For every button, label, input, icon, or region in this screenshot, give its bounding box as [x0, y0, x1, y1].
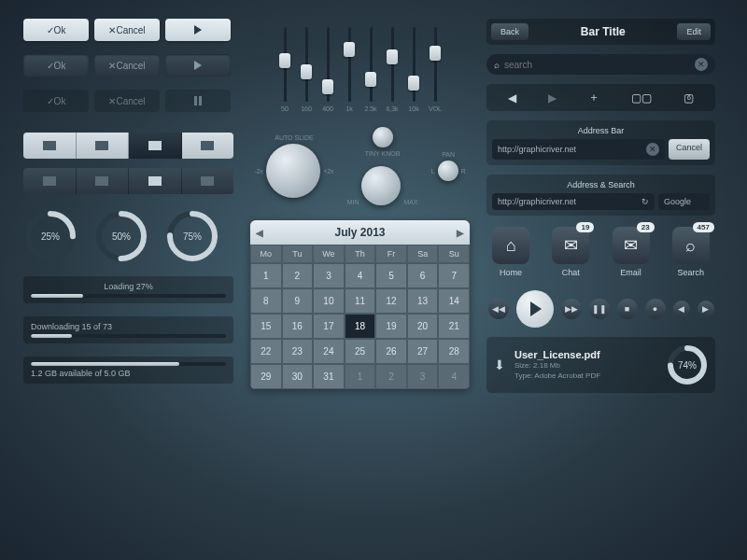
cal-day[interactable]: 15 — [250, 314, 282, 339]
address-bar-group: Address Bar http://graphicriver.net✕ Can… — [486, 120, 715, 165]
cal-day[interactable]: 27 — [407, 339, 439, 364]
cal-day[interactable]: 17 — [313, 314, 345, 339]
knobs-panel: AUTO SLIDE -2x +2x TINY KNOB MIN MAX PAN — [250, 121, 470, 211]
cal-day[interactable]: 3 — [313, 263, 345, 288]
record-button[interactable]: ● — [645, 299, 666, 319]
cal-day[interactable]: 30 — [282, 364, 314, 389]
pan-knob[interactable] — [438, 161, 458, 181]
search-icon[interactable]: ⌕ — [672, 227, 710, 264]
cal-day[interactable]: 23 — [282, 339, 314, 364]
eq-slider[interactable] — [413, 27, 416, 102]
next-button[interactable]: ▶ — [698, 301, 714, 317]
cal-day[interactable]: 13 — [407, 288, 439, 314]
seg-sliders[interactable] — [182, 168, 234, 194]
cal-day[interactable]: 20 — [407, 314, 439, 339]
cal-day[interactable]: 28 — [438, 339, 470, 364]
cal-day[interactable]: 25 — [345, 339, 376, 364]
cal-day[interactable]: 1 — [345, 364, 376, 389]
eq-slider[interactable] — [284, 27, 287, 102]
cal-day[interactable]: 9 — [282, 288, 314, 314]
cal-day[interactable]: 14 — [438, 288, 470, 314]
clear-icon[interactable]: ✕ — [695, 58, 708, 71]
cal-day[interactable]: 4 — [345, 263, 376, 288]
storage-progress: 1.2 GB available of 5.0 GB — [23, 357, 233, 384]
cancel-button[interactable]: Cancel — [669, 139, 710, 160]
cancel-button[interactable]: ✕ Cancel — [94, 19, 160, 41]
eq-slider[interactable] — [348, 27, 351, 102]
cal-day[interactable]: 11 — [345, 288, 376, 314]
cal-day[interactable]: 26 — [375, 339, 407, 364]
seg-grid[interactable] — [77, 133, 130, 159]
pause-button[interactable] — [165, 90, 231, 112]
prev-button[interactable]: ◀ — [673, 301, 690, 317]
cal-day[interactable]: 6 — [407, 263, 439, 288]
play-button[interactable] — [165, 19, 231, 41]
seg-list[interactable] — [23, 168, 77, 194]
calendar-title: July 2013 — [334, 226, 385, 239]
cal-day[interactable]: 19 — [375, 314, 407, 339]
cal-day[interactable]: 7 — [438, 263, 470, 288]
seg-display[interactable] — [129, 168, 182, 194]
cal-day[interactable]: 21 — [438, 314, 470, 339]
forward-button[interactable]: ▶▶ — [561, 299, 582, 319]
back-button[interactable]: Back — [491, 23, 529, 40]
seg-grid[interactable] — [77, 168, 130, 194]
seg-sliders[interactable] — [182, 133, 234, 159]
cal-day[interactable]: 3 — [407, 364, 439, 389]
cal-day[interactable]: 24 — [313, 339, 345, 364]
eq-slider[interactable] — [305, 27, 308, 102]
home-icon[interactable]: ⌂ — [492, 227, 529, 264]
nav-fwd-icon[interactable]: ▶ — [548, 91, 557, 105]
pause-button[interactable]: ❚❚ — [589, 299, 610, 319]
cal-day[interactable]: 10 — [313, 288, 345, 314]
cancel-button[interactable]: ✕ Cancel — [94, 54, 160, 77]
ok-button[interactable]: ✓ Ok — [23, 90, 89, 112]
seg-display[interactable] — [129, 133, 182, 159]
file-type: Type: Adobe Acrobat PDF — [514, 371, 657, 381]
reload-icon[interactable]: ↻ — [641, 197, 649, 206]
cal-day[interactable]: 5 — [375, 263, 407, 288]
eq-slider[interactable] — [391, 27, 394, 102]
app-search: ⌕457Search — [672, 227, 710, 277]
cal-day[interactable]: 31 — [313, 364, 345, 389]
cal-day[interactable]: 29 — [250, 364, 282, 389]
rewind-button[interactable]: ◀◀ — [488, 299, 509, 319]
cal-day[interactable]: 22 — [250, 339, 282, 364]
email-icon[interactable]: ✉ — [613, 227, 650, 264]
cancel-button[interactable]: ✕ Cancel — [94, 90, 160, 112]
address-input[interactable]: http://graphicriver.net✕ — [492, 139, 665, 160]
cal-day[interactable]: 18 — [345, 314, 376, 339]
tabs-icon[interactable]: ▢6 — [684, 91, 694, 105]
eq-slider[interactable] — [370, 27, 373, 102]
seg-list[interactable] — [23, 133, 77, 159]
nav-back-icon[interactable]: ◀ — [508, 91, 516, 105]
clear-icon[interactable]: ✕ — [646, 143, 659, 156]
cal-day[interactable]: 1 — [250, 263, 282, 288]
bookmarks-icon[interactable]: ▢▢ — [631, 91, 652, 105]
cal-day[interactable]: 12 — [375, 288, 407, 314]
stop-button[interactable]: ■ — [617, 299, 638, 319]
search-engine[interactable]: Google — [658, 193, 710, 210]
cal-day[interactable]: 8 — [250, 288, 282, 314]
eq-slider[interactable] — [327, 27, 330, 102]
address-input[interactable]: http://graphicriver.net↻ — [492, 193, 655, 210]
ok-button[interactable]: ✓ Ok — [23, 54, 89, 77]
auto-slide-knob[interactable] — [266, 144, 320, 198]
equalizer: 501604001k2.5k6,3k10kVOL — [250, 19, 470, 112]
eq-slider[interactable] — [434, 27, 437, 102]
cal-day[interactable]: 2 — [282, 263, 314, 288]
add-icon[interactable]: ＋ — [588, 90, 599, 105]
cal-day[interactable]: 2 — [375, 364, 407, 389]
tiny-knob[interactable] — [373, 127, 393, 147]
search-input[interactable] — [504, 60, 690, 70]
chat-icon[interactable]: ✉ — [552, 227, 589, 264]
play-button[interactable] — [165, 54, 231, 77]
cal-day[interactable]: 16 — [282, 314, 314, 339]
ok-button[interactable]: ✓ Ok — [23, 19, 89, 41]
cal-prev[interactable]: ◀ — [256, 228, 263, 238]
play-button[interactable] — [516, 290, 554, 328]
cal-day[interactable]: 4 — [438, 364, 470, 389]
edit-button[interactable]: Edit — [677, 23, 711, 40]
volume-knob[interactable] — [361, 166, 401, 205]
cal-next[interactable]: ▶ — [457, 228, 464, 238]
